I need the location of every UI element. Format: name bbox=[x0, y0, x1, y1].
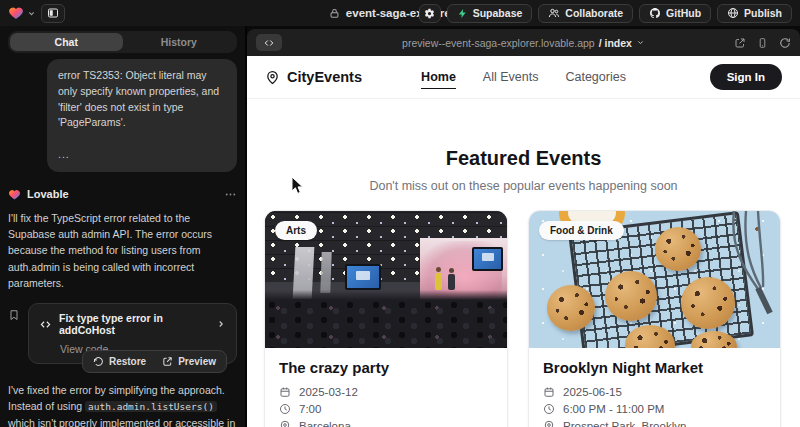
event-date: 2025-03-12 bbox=[299, 386, 358, 398]
nav-home[interactable]: Home bbox=[421, 70, 456, 84]
supabase-button[interactable]: Supabase bbox=[447, 4, 533, 23]
event-location-row: Barcelona bbox=[279, 420, 493, 427]
github-button[interactable]: GitHub bbox=[639, 4, 711, 23]
site-page: CityEvents Home All Events Categories Si… bbox=[247, 56, 800, 427]
event-time: 6:00 PM - 11:00 PM bbox=[563, 403, 664, 415]
tab-history[interactable]: History bbox=[123, 33, 236, 51]
lock-icon bbox=[329, 8, 340, 19]
whisk-graphic bbox=[728, 211, 774, 315]
message-menu-button[interactable] bbox=[224, 188, 237, 201]
lovable-heart-icon bbox=[8, 188, 21, 201]
clock-icon bbox=[543, 403, 555, 415]
github-label: GitHub bbox=[666, 7, 701, 19]
category-badge: Food & Drink bbox=[539, 221, 624, 240]
chevron-right-icon bbox=[216, 319, 226, 329]
lovable-heart-icon bbox=[8, 5, 24, 21]
publish-button[interactable]: Publish bbox=[717, 4, 792, 23]
event-image-cookies: Food & Drink bbox=[529, 211, 780, 348]
panel-toggle-icon bbox=[47, 7, 59, 19]
user-message-more: ... bbox=[58, 147, 226, 163]
address-bar[interactable]: preview--event-saga-explorer.lovable.app… bbox=[247, 37, 800, 49]
lovable-logo-menu[interactable] bbox=[8, 5, 36, 21]
event-date: 2025-06-15 bbox=[563, 386, 622, 398]
preview-button[interactable]: Preview bbox=[155, 353, 223, 370]
code-change-title: Fix type type error in addCoHost bbox=[59, 312, 209, 336]
code-icon bbox=[39, 319, 52, 330]
site-brand-name: CityEvents bbox=[287, 69, 362, 85]
restore-label: Restore bbox=[109, 356, 146, 367]
url-path: / index bbox=[599, 37, 632, 49]
chevron-down-icon bbox=[27, 9, 36, 18]
nav-categories[interactable]: Categories bbox=[565, 70, 625, 84]
event-cards: Arts The crazy party 2025-03-12 bbox=[247, 210, 800, 427]
more-horizontal-icon bbox=[224, 188, 237, 201]
assistant-name: Lovable bbox=[27, 188, 69, 200]
event-location-row: Prospect Park, Brooklyn bbox=[543, 420, 766, 427]
assistant-intro-message: I'll fix the TypeScript error related to… bbox=[8, 210, 237, 291]
event-image-party: Arts bbox=[265, 211, 507, 348]
site-header: CityEvents Home All Events Categories Si… bbox=[247, 56, 800, 99]
event-card-crazy-party[interactable]: Arts The crazy party 2025-03-12 bbox=[264, 210, 508, 427]
dev-mode-button[interactable] bbox=[256, 34, 282, 51]
assistant-header: Lovable bbox=[8, 188, 237, 201]
event-location: Barcelona bbox=[299, 420, 351, 427]
code-action-row: Fix type type error in addCoHost View co… bbox=[8, 303, 237, 364]
clock-icon bbox=[279, 403, 291, 415]
map-pin-icon bbox=[265, 70, 280, 85]
assistant-result-message: I've fixed the error by simplifying the … bbox=[8, 382, 237, 427]
bookmark-icon[interactable] bbox=[8, 308, 20, 364]
mobile-view-icon[interactable] bbox=[757, 37, 768, 49]
tab-chat[interactable]: Chat bbox=[10, 33, 123, 51]
url-host: preview--event-saga-explorer.lovable.app bbox=[402, 37, 595, 49]
event-time: 7:00 bbox=[299, 403, 321, 415]
preview-panel: preview--event-saga-explorer.lovable.app… bbox=[247, 26, 800, 427]
map-pin-icon bbox=[279, 420, 291, 427]
calendar-icon bbox=[279, 386, 291, 398]
event-title: Brooklyn Night Market bbox=[543, 359, 766, 376]
supabase-label: Supabase bbox=[473, 7, 523, 19]
event-date-row: 2025-03-12 bbox=[279, 386, 493, 398]
event-time-row: 6:00 PM - 11:00 PM bbox=[543, 403, 766, 415]
restore-icon bbox=[93, 356, 104, 367]
preview-label: Preview bbox=[178, 356, 216, 367]
sidebar-toggle-button[interactable] bbox=[41, 4, 65, 23]
inline-code-listusers: auth.admin.listUsers() bbox=[85, 401, 217, 412]
calendar-icon bbox=[543, 386, 555, 398]
code-icon bbox=[263, 38, 275, 48]
refresh-icon[interactable] bbox=[779, 37, 791, 49]
category-badge: Arts bbox=[275, 221, 317, 240]
restore-button[interactable]: Restore bbox=[86, 353, 153, 370]
settings-button[interactable] bbox=[419, 4, 441, 23]
users-icon bbox=[548, 7, 560, 19]
globe-icon bbox=[727, 7, 739, 19]
event-location: Prospect Park, Brooklyn bbox=[563, 420, 686, 427]
top-bar: event-saga-explorer Supabase Collaborate bbox=[0, 0, 800, 26]
featured-section: Featured Events Don't miss out on these … bbox=[247, 147, 800, 193]
section-title: Featured Events bbox=[247, 147, 800, 170]
event-title: The crazy party bbox=[279, 359, 493, 376]
open-in-new-tab-icon[interactable] bbox=[734, 37, 746, 49]
collaborate-label: Collaborate bbox=[565, 7, 623, 19]
site-brand[interactable]: CityEvents bbox=[265, 69, 362, 85]
event-time-row: 7:00 bbox=[279, 403, 493, 415]
chat-panel: Chat History error TS2353: Object litera… bbox=[0, 26, 247, 427]
event-card-brooklyn-market[interactable]: Food & Drink Brooklyn Night Market 2025-… bbox=[528, 210, 781, 427]
github-icon bbox=[649, 7, 661, 19]
nav-all-events[interactable]: All Events bbox=[483, 70, 539, 84]
publish-label: Publish bbox=[744, 7, 782, 19]
user-error-text: error TS2353: Object literal may only sp… bbox=[58, 68, 226, 131]
browser-chrome: preview--event-saga-explorer.lovable.app… bbox=[247, 29, 800, 56]
event-date-row: 2025-06-15 bbox=[543, 386, 766, 398]
external-link-icon bbox=[162, 356, 173, 367]
chat-history-tabs: Chat History bbox=[8, 31, 237, 53]
map-pin-icon bbox=[543, 420, 555, 427]
collaborate-button[interactable]: Collaborate bbox=[538, 4, 633, 23]
result-text-2: which isn't properly implemented or acce… bbox=[8, 417, 235, 427]
chevron-down-icon[interactable] bbox=[636, 38, 645, 47]
gear-icon bbox=[423, 7, 436, 20]
sign-in-button[interactable]: Sign In bbox=[710, 64, 782, 90]
section-subtitle: Don't miss out on these popular events h… bbox=[247, 179, 800, 193]
user-message-bubble: error TS2353: Object literal may only sp… bbox=[47, 59, 237, 172]
version-toolbar: Restore Preview bbox=[82, 350, 227, 373]
main-split: Chat History error TS2353: Object litera… bbox=[0, 26, 800, 427]
